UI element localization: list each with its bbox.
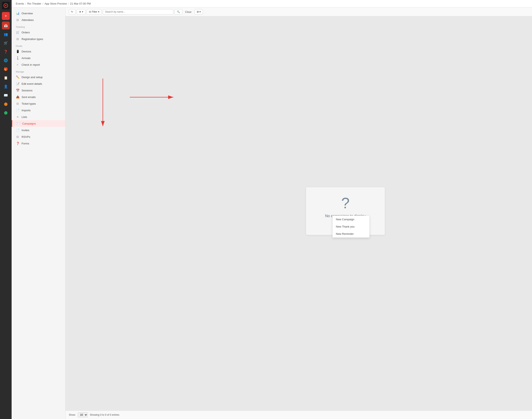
mail-nav-icon[interactable]: ✉️ (2, 91, 10, 99)
main-area: ↻ ★ ▾ ⊟ Filter ▾ 🔍 Clear ⊞ ▾ ? No campai… (66, 7, 532, 419)
new-campaign-item[interactable]: New Campaign (332, 216, 370, 223)
chart-icon: 📊 (16, 12, 19, 15)
entries-label: Showing 0 to 0 of 0 entries (90, 413, 119, 416)
file-icon: 📄 (16, 109, 19, 112)
calendar-nav-icon[interactable]: 📅 (2, 22, 10, 29)
table-icon: ⊟ (16, 18, 19, 22)
person-nav-icon[interactable]: 👤 (2, 82, 10, 90)
sidebar-label-lists: Lists (22, 116, 27, 118)
search-icon-button[interactable]: 🔍 (174, 9, 182, 14)
sidebar-label-edit-event: Edit event details (22, 82, 42, 85)
table3-icon: ⊟ (16, 135, 19, 138)
sidebar-label-orders: Orders (22, 31, 30, 34)
sidebar-item-rsvps[interactable]: ⊟ RSVPs (12, 133, 65, 140)
walk-icon: 🚶 (16, 56, 19, 60)
logo-ring (3, 3, 8, 8)
sidebar-label-checkin: Check in report (22, 63, 40, 66)
gift-nav-icon[interactable]: 🎁 (2, 65, 10, 73)
filter-button[interactable]: ⊟ Filter ▾ (87, 9, 101, 14)
sidebar-item-imports[interactable]: 📄 Imports (12, 107, 65, 114)
sidebar-label-rsvps: RSVPs (22, 135, 30, 138)
sidebar-item-invites[interactable]: 📄 Invites (12, 127, 65, 133)
sidebar-item-lists[interactable]: ≡ Lists (12, 114, 65, 120)
add-dropdown-menu: New Campaign New Thank you New Reminder (332, 215, 370, 238)
mobile-icon: 📱 (16, 50, 19, 53)
sep2: / (42, 2, 43, 5)
star-button[interactable]: ★ ▾ (77, 9, 85, 14)
clear-button[interactable]: Clear (184, 9, 193, 14)
sidebar-item-forms[interactable]: ❓ Forms (12, 140, 65, 147)
show-label: Show: (69, 413, 76, 416)
check-icon: ✓ (16, 63, 19, 66)
list2-icon: ≡ (16, 115, 19, 118)
sep3: / (68, 2, 69, 5)
search-input[interactable] (103, 9, 173, 14)
circle-orange-nav-icon[interactable]: ⬤ (2, 100, 10, 108)
ticketing-section-label: Ticketing (12, 23, 65, 29)
sidebar-label-design: Design and setup (22, 76, 42, 79)
sidebar-item-campaigns[interactable]: ✉️ Campaigns (12, 120, 65, 127)
toolbar: ↻ ★ ▾ ⊟ Filter ▾ 🔍 Clear ⊞ ▾ (66, 7, 532, 16)
breadcrumb-event[interactable]: App Store Preview (45, 2, 67, 5)
sidebar-item-devices[interactable]: 📱 Devices (12, 48, 65, 55)
sidebar-label-arrivals: Arrivals (22, 57, 30, 60)
sidebar-label-attendees: Attendees (22, 18, 34, 22)
new-reminder-item[interactable]: New Reminder (332, 230, 370, 237)
show-select[interactable]: 10 (78, 412, 88, 417)
breadcrumb-bar: Events / Rio Theater / App Store Preview… (12, 0, 532, 7)
sidebar-label-sessions: Sessions (22, 89, 33, 92)
content-area: ? No campaigns to display Add ▾ New Camp… (66, 16, 532, 410)
sidebar-item-arrivals[interactable]: 🚶 Arrivals (12, 55, 65, 61)
breadcrumb-venue[interactable]: Rio Theater (27, 2, 41, 5)
sidebar-label-forms: Forms (22, 142, 29, 145)
pencil-icon: ✏️ (16, 75, 19, 79)
onsite-section-label: Onsite (12, 42, 65, 48)
empty-state-icon: ? (312, 196, 379, 210)
cart-nav-icon[interactable]: 🛒 (2, 39, 10, 47)
sidebar-item-attendees[interactable]: ⊟ Attendees (12, 17, 65, 23)
breadcrumb-events[interactable]: Events (16, 2, 24, 5)
mail2-icon: ✉️ (16, 122, 20, 125)
sidebar-label-campaigns: Campaigns (22, 122, 36, 125)
sidebar: 📊 Overview ⊟ Attendees Ticketing 🛒 Order… (12, 7, 66, 419)
breadcrumb-date: 21 Mar 07:00 PM (70, 2, 91, 5)
people-nav-icon[interactable]: 👥 (2, 30, 10, 38)
grid-view-button[interactable]: ⊞ ▾ (195, 9, 203, 14)
sessions-icon: 📅 (16, 89, 19, 92)
sidebar-item-sessions[interactable]: 📅 Sessions (12, 87, 65, 94)
add-button[interactable]: + (2, 12, 10, 20)
sidebar-item-registration-types[interactable]: ⊟ Registration types (12, 36, 65, 42)
sidebar-label-sent-emails: Sent emails (22, 95, 36, 99)
manage-section-label: Manage (12, 68, 65, 74)
edit-icon: 📝 (16, 82, 19, 85)
sidebar-label-reg-types: Registration types (22, 38, 43, 41)
sidebar-item-sent-emails[interactable]: 📥 Sent emails (12, 94, 65, 100)
reg-icon: ⊟ (16, 37, 19, 41)
new-thank-you-item[interactable]: New Thank you (332, 223, 370, 230)
logo-dot (5, 5, 6, 6)
cart-icon: 🛒 (16, 31, 19, 34)
sidebar-item-check-in[interactable]: ✓ Check in report (12, 61, 65, 68)
circle-green-nav-icon[interactable]: ⬤ (2, 109, 10, 117)
sidebar-item-design[interactable]: ✏️ Design and setup (12, 74, 65, 80)
sidebar-label-devices: Devices (22, 50, 31, 53)
bottom-bar: Show: 10 Showing 0 to 0 of 0 entries (66, 410, 532, 419)
sidebar-item-ticket-types[interactable]: ⊟ Ticket types (12, 100, 65, 107)
sidebar-item-orders[interactable]: 🛒 Orders (12, 29, 65, 36)
sidebar-item-edit-event[interactable]: 📝 Edit event details (12, 80, 65, 87)
sidebar-label-imports: Imports (22, 109, 30, 112)
annotation-arrows (66, 16, 532, 410)
sidebar-label-overview: Overview (22, 12, 33, 15)
sidebar-label-invites: Invites (22, 129, 29, 132)
refresh-button[interactable]: ↻ (69, 9, 76, 14)
globe-nav-icon[interactable]: 🌐 (2, 56, 10, 64)
inbox-icon: 📥 (16, 95, 19, 99)
file2-icon: 📄 (16, 129, 19, 132)
question-nav-icon[interactable]: ❓ (2, 48, 10, 55)
ticket-icon: ⊟ (16, 102, 19, 105)
icon-rail: + 📅 👥 🛒 ❓ 🌐 🎁 📋 👤 ✉️ ⬤ ⬤ (0, 0, 12, 419)
sep1: / (25, 2, 26, 5)
list-nav-icon[interactable]: 📋 (2, 74, 10, 82)
sidebar-item-overview[interactable]: 📊 Overview (12, 10, 65, 17)
question2-icon: ❓ (16, 142, 19, 145)
